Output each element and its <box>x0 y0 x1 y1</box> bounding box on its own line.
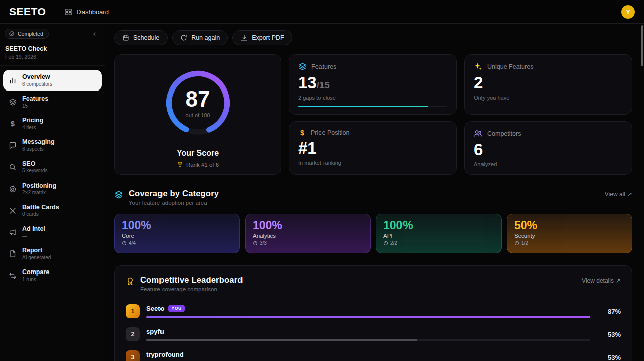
download-icon <box>240 34 248 41</box>
medal-icon <box>126 277 135 286</box>
you-badge: YOU <box>168 305 184 312</box>
layers-icon <box>9 98 17 106</box>
competitors-label: Competitors <box>487 130 521 137</box>
dollar-icon: $ <box>9 120 17 127</box>
sidebar-collapse-button[interactable] <box>88 30 101 38</box>
sidebar-item-features[interactable]: Features15 <box>3 92 102 113</box>
sidebar-item-pricing[interactable]: $ Pricing4 tiers <box>3 113 102 134</box>
coverage-card-core: 100% Core 4/4 <box>114 214 240 253</box>
sidebar-item-positioning[interactable]: Positioning2×2 matrix <box>3 178 102 200</box>
unique-features-sub: Only you have <box>474 95 623 101</box>
coverage-card-analytics: 100% Analytics 3/3 <box>245 214 371 253</box>
features-card-label: Features <box>311 63 336 70</box>
view-all-link[interactable]: View all ↗ <box>605 191 632 198</box>
run-again-button[interactable]: Run again <box>172 30 228 45</box>
dollar-icon: $ <box>298 129 306 136</box>
users-icon <box>474 129 482 138</box>
score-card: 87 out of 100 Your Score Rank #1 of 6 <box>114 54 281 175</box>
chevron-left-icon <box>91 31 98 37</box>
competitors-header: Competitors <box>474 129 623 138</box>
scrollbar-thumb[interactable] <box>641 25 643 66</box>
price-position-header: $ Price Position <box>298 129 447 136</box>
score-rank-text: Rank #1 of 6 <box>186 162 219 168</box>
run-date: Feb 19, 2026 <box>5 54 100 60</box>
app-logo[interactable]: SEETO <box>9 6 46 18</box>
sidebar: Completed SEETO Check Feb 19, 2026 Overv… <box>0 24 105 361</box>
leaderboard-row-main: tryprofound <box>146 351 590 361</box>
coverage-card-security: 50% Security 1/2 <box>507 214 632 253</box>
unique-features-label: Unique Features <box>487 63 533 70</box>
coverage-percent: 50% <box>514 220 625 231</box>
coverage-count: 1/2 <box>514 240 625 246</box>
score-bar-fill <box>146 339 417 341</box>
features-sub: 2 gaps to close <box>298 95 447 101</box>
export-pdf-button[interactable]: Export PDF <box>232 30 292 45</box>
schedule-button[interactable]: Schedule <box>114 30 168 45</box>
action-toolbar: Schedule Run again Export PDF <box>114 30 632 45</box>
swords-icon <box>9 207 17 215</box>
gauge-icon <box>253 241 258 246</box>
sidebar-item-battle-cards[interactable]: Battle Cards0 cards <box>3 200 102 221</box>
sidebar-item-report[interactable]: ReportAI generated <box>3 243 102 264</box>
view-all-label: View all <box>605 191 625 198</box>
coverage-percent: 100% <box>253 220 363 231</box>
leaderboard-row-main: spyfu <box>146 328 590 341</box>
sidebar-item-sub: 6 competitors <box>22 81 52 88</box>
sidebar-item-label: Positioning <box>22 182 56 190</box>
unique-features-header: Unique Features <box>474 62 623 71</box>
sidebar-item-label: Battle Cards <box>22 204 59 212</box>
arrow-up-right-icon: ↗ <box>627 191 632 198</box>
score-out-of: out of 100 <box>186 112 210 118</box>
schedule-button-label: Schedule <box>133 34 159 41</box>
coverage-count: 4/4 <box>122 240 232 246</box>
sidebar-item-ad-intel[interactable]: Ad Intel— <box>3 222 102 243</box>
gauge-icon <box>383 241 388 246</box>
features-progress-fill <box>298 106 428 107</box>
sidebar-item-label: SEO <box>22 160 48 168</box>
sidebar-item-label: Pricing <box>22 117 43 125</box>
app-shell: Completed SEETO Check Feb 19, 2026 Overv… <box>0 24 644 361</box>
calendar-icon <box>122 34 129 41</box>
sidebar-item-overview[interactable]: Overview6 competitors <box>3 70 102 91</box>
sidebar-item-sub: 6 aspects <box>22 146 55 153</box>
sidebar-item-sub: 5 keywords <box>22 168 48 174</box>
unique-features-card: Unique Features 2 Only you have <box>464 54 632 115</box>
coverage-label: API <box>383 233 494 239</box>
coverage-percent: 100% <box>383 220 494 231</box>
score-rank: Rank #1 of 6 <box>177 161 219 168</box>
price-position-card: $ Price Position #1 In market ranking <box>289 121 457 175</box>
score-bar-track <box>146 339 590 341</box>
sidebar-top: Completed <box>0 29 105 39</box>
layers-icon <box>298 62 307 71</box>
coverage-section-header: Coverage by Category Your feature adopti… <box>114 189 632 206</box>
trophy-icon <box>177 161 183 168</box>
status-badge-label: Completed <box>18 31 43 37</box>
sidebar-item-sub: 4 tiers <box>22 125 43 131</box>
user-avatar[interactable]: Y <box>621 5 635 19</box>
bar-chart-icon <box>9 76 17 84</box>
sidebar-item-sub: 2×2 matrix <box>22 190 56 196</box>
sidebar-item-messaging[interactable]: Messaging6 aspects <box>3 135 102 156</box>
sidebar-item-seo[interactable]: SEO5 keywords <box>3 157 102 178</box>
score-value: 87 <box>186 88 210 110</box>
score-bar-fill <box>146 316 590 318</box>
sidebar-nav: Overview6 competitors Features15 $ Prici… <box>0 66 105 290</box>
features-card-header: Features <box>298 62 447 71</box>
sidebar-item-compare[interactable]: Compare1 runs <box>3 265 102 286</box>
sidebar-item-label: Ad Intel <box>22 225 45 233</box>
stats-grid: 87 out of 100 Your Score Rank #1 of 6 Fe… <box>114 54 632 175</box>
sidebar-item-sub: AI generated <box>22 255 51 261</box>
price-position-sub: In market ranking <box>298 160 447 166</box>
coverage-card-api: 100% API 2/2 <box>376 214 502 253</box>
score-ring: 87 out of 100 <box>165 69 231 136</box>
view-details-label: View details <box>582 277 614 284</box>
coverage-label: Analytics <box>253 233 363 239</box>
nav-dashboard[interactable]: Dashboard <box>65 8 109 16</box>
price-position-value: #1 <box>298 140 447 157</box>
nav-dashboard-label: Dashboard <box>76 8 109 16</box>
sidebar-item-label: Compare <box>22 268 49 277</box>
export-pdf-button-label: Export PDF <box>252 34 284 41</box>
features-progress-track <box>298 106 447 107</box>
coverage-count: 3/3 <box>253 240 363 246</box>
view-details-link[interactable]: View details ↗ <box>582 277 621 284</box>
